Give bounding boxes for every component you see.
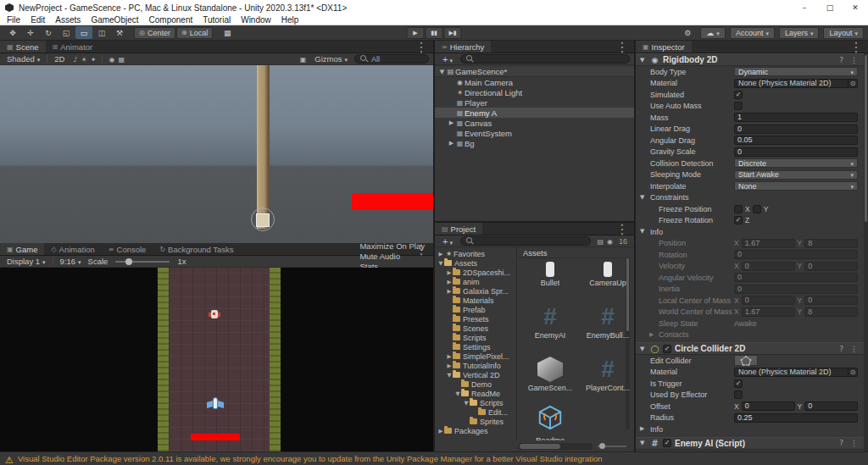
number-field[interactable]: 0: [734, 285, 858, 294]
project-folder-row[interactable]: Demo: [435, 379, 516, 389]
slider-knob[interactable]: [599, 443, 605, 449]
hierarchy-item[interactable]: Player: [435, 97, 634, 108]
close-button[interactable]: ✕: [843, 0, 868, 15]
menu-item[interactable]: GameObject: [86, 15, 143, 25]
axis-checkbox[interactable]: [734, 205, 743, 213]
dropdown[interactable]: Start Awake: [734, 170, 858, 180]
custom-tool[interactable]: ⚒: [111, 26, 128, 39]
number-field[interactable]: 1: [734, 113, 858, 122]
hierarchy-item[interactable]: EventSystem: [435, 128, 634, 138]
project-folder-row[interactable]: ▼ Scripts: [435, 398, 516, 407]
tab-menu-icon[interactable]: [610, 41, 634, 53]
aspect-ratio-dropdown[interactable]: 9:16: [58, 257, 84, 266]
project-search-input[interactable]: [460, 236, 591, 246]
maximize-button[interactable]: □: [817, 0, 843, 15]
2d-toggle[interactable]: 2D: [52, 54, 67, 64]
rect-tool[interactable]: ▭: [75, 26, 92, 39]
expand-arrow-icon[interactable]: ▶: [446, 288, 453, 295]
expand-arrow-icon[interactable]: ▼: [446, 372, 453, 379]
layers-dropdown[interactable]: Layers: [779, 27, 820, 39]
y-field[interactable]: 0: [804, 401, 858, 411]
step-button[interactable]: ▶▮: [444, 27, 462, 39]
tab[interactable]: ▣Game: [0, 243, 44, 255]
y-field[interactable]: 0: [804, 296, 858, 305]
hierarchy-item[interactable]: Directional Light: [435, 87, 634, 97]
expand-arrow-icon[interactable]: ▶: [437, 251, 444, 257]
component-menu-icon[interactable]: [849, 439, 860, 447]
x-field[interactable]: 0: [742, 401, 795, 411]
hierarchy-item[interactable]: ▶ Bg: [435, 138, 634, 148]
asset-item[interactable]: EnemyAI: [522, 297, 578, 340]
tab[interactable]: ⊞Animator: [46, 41, 100, 53]
camera-settings-icon[interactable]: ▣: [298, 56, 309, 64]
slider-knob[interactable]: [125, 258, 132, 265]
scene-red-platform[interactable]: [352, 193, 433, 210]
expand-arrow-icon[interactable]: ▼: [437, 260, 444, 267]
checkbox[interactable]: ✓: [734, 91, 743, 99]
rotate-tool[interactable]: ↻: [40, 26, 57, 39]
scale-tool[interactable]: ◱: [58, 26, 75, 39]
project-folder-row[interactable]: ▶ Favorites: [435, 249, 516, 258]
asset-item[interactable]: PlayerCont...: [580, 350, 630, 392]
dropdown[interactable]: None: [734, 181, 858, 191]
tab-menu-icon[interactable]: [409, 41, 433, 53]
help-icon[interactable]: [837, 56, 845, 64]
object-field[interactable]: None (Physics Material 2D): [734, 79, 858, 88]
foldout-arrow-icon[interactable]: ▶: [640, 423, 644, 435]
number-field[interactable]: 0: [734, 273, 858, 282]
project-folder-row[interactable]: Materials: [435, 296, 516, 305]
number-field[interactable]: 0.25: [734, 413, 858, 423]
effects-icon[interactable]: ✦: [89, 56, 98, 64]
tab[interactable]: ≡Console: [102, 243, 153, 255]
expand-arrow-icon[interactable]: ▶: [448, 140, 455, 147]
asset-item[interactable]: Readme: [522, 402, 578, 440]
expand-arrow-icon[interactable]: ▼: [454, 390, 461, 397]
axis-checkbox[interactable]: ✓: [734, 216, 743, 224]
scene-search-input[interactable]: All: [354, 54, 429, 64]
statusbar[interactable]: Visual Studio Editor Package version 2.0…: [0, 451, 868, 465]
checkbox[interactable]: [734, 102, 743, 110]
expand-arrow-icon[interactable]: ▶: [446, 353, 453, 360]
project-folder-row[interactable]: Edit...: [435, 407, 516, 417]
search-by-type-icon[interactable]: ▤: [595, 238, 605, 246]
pause-button[interactable]: ▮▮: [426, 27, 443, 39]
object-picker-icon[interactable]: [848, 368, 857, 376]
account-dropdown[interactable]: Account: [730, 27, 775, 39]
foldout-arrow-icon[interactable]: ▶: [649, 329, 654, 341]
expand-arrow-icon[interactable]: ▶: [437, 428, 444, 435]
horizontal-scrollbar[interactable]: [518, 443, 593, 450]
help-icon[interactable]: [837, 345, 845, 353]
tab[interactable]: ↻Background Tasks: [153, 243, 240, 255]
pivot-local-button[interactable]: ⊕Local: [176, 27, 213, 39]
selected-enemy-object[interactable]: [256, 213, 270, 227]
component-enable-checkbox[interactable]: ✓: [663, 345, 671, 353]
component-menu-icon[interactable]: [849, 345, 860, 353]
tab[interactable]: ▦Scene: [0, 41, 46, 53]
project-folder-row[interactable]: Settings: [435, 342, 516, 352]
axis-checkbox[interactable]: [753, 205, 761, 213]
shading-mode-dropdown[interactable]: Shaded: [4, 54, 42, 64]
project-folder-row[interactable]: Presets: [435, 314, 516, 324]
y-field[interactable]: 0: [804, 262, 858, 271]
menu-item[interactable]: Component: [144, 15, 198, 25]
project-folder-row[interactable]: ▶ 2DSpaceshi...: [435, 268, 516, 277]
audio-icon[interactable]: ♪: [71, 56, 79, 64]
foldout-arrow-icon[interactable]: ▼: [640, 192, 644, 204]
add-object-button[interactable]: +: [439, 54, 456, 64]
menu-item[interactable]: File: [2, 15, 25, 25]
project-folder-row[interactable]: Scripts: [435, 333, 516, 342]
checkbox[interactable]: ✓: [734, 379, 743, 388]
scene-viewport[interactable]: [0, 65, 433, 243]
foldout-arrow-icon[interactable]: ▼: [640, 440, 647, 446]
project-folder-row[interactable]: ▶ TutorialInfo: [435, 361, 516, 370]
edit-collider-button[interactable]: [734, 355, 758, 366]
expand-arrow-icon[interactable]: ▶: [448, 119, 455, 126]
project-folder-row[interactable]: ▶ SimplePixel...: [435, 352, 516, 361]
project-folder-row[interactable]: ▶ Packages: [435, 426, 516, 435]
foldout-arrow-icon[interactable]: ▼: [640, 346, 647, 352]
hierarchy-item[interactable]: ▼ GameScence*: [435, 67, 634, 77]
project-folder-row[interactable]: Scenes: [435, 324, 516, 333]
move-tool[interactable]: ✛: [22, 26, 39, 39]
tab-project[interactable]: ▤Project: [435, 223, 482, 235]
project-folder-row[interactable]: Sprites: [435, 417, 516, 426]
